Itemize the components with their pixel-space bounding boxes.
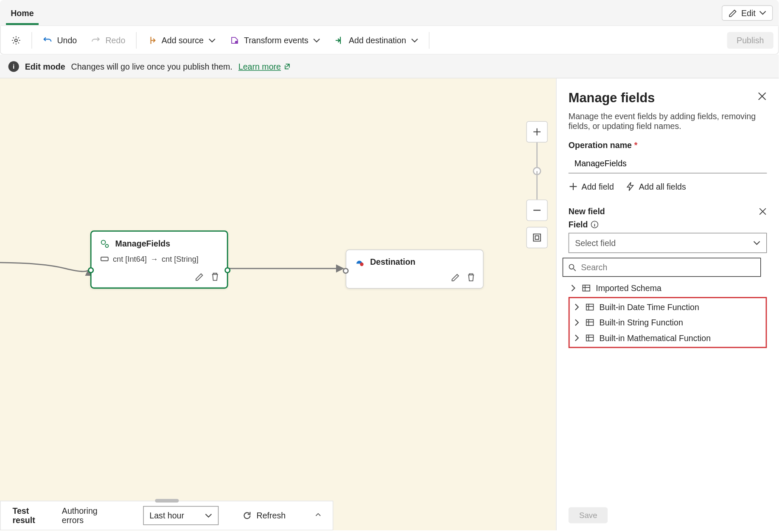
plus-icon bbox=[532, 127, 541, 137]
add-destination-label: Add destination bbox=[349, 35, 406, 45]
node-body: cnt [Int64] → cnt [String] bbox=[92, 251, 227, 269]
svg-point-3 bbox=[106, 244, 109, 247]
arrow-right-icon: → bbox=[150, 255, 158, 263]
chevron-right-icon bbox=[573, 334, 580, 342]
edit-label: Edit bbox=[741, 8, 756, 17]
zoom-in-button[interactable] bbox=[526, 121, 547, 143]
svg-rect-4 bbox=[101, 257, 108, 260]
node-manage-fields[interactable]: ManageFields cnt [Int64] → cnt [String] bbox=[90, 230, 228, 288]
type-to: cnt [String] bbox=[162, 255, 199, 263]
resize-grip[interactable] bbox=[155, 499, 179, 502]
svg-point-2 bbox=[101, 240, 106, 244]
tree-datetime[interactable]: Built-in Date Time Function bbox=[572, 300, 763, 315]
learn-more-label: Learn more bbox=[238, 62, 281, 71]
learn-more-link[interactable]: Learn more bbox=[238, 62, 291, 71]
svg-point-5 bbox=[360, 263, 363, 266]
node-destination[interactable]: Destination bbox=[346, 249, 484, 288]
svg-rect-10 bbox=[583, 285, 590, 291]
tab-test-result[interactable]: Test result bbox=[12, 498, 44, 530]
tab-authoring-errors[interactable]: Authoring errors bbox=[62, 498, 107, 530]
redo-button: Redo bbox=[85, 32, 131, 48]
tree-math[interactable]: Built-in Mathematical Function bbox=[572, 330, 763, 345]
node-title-label: ManageFields bbox=[115, 239, 171, 248]
panel-title: Manage fields bbox=[569, 90, 767, 106]
fit-button[interactable] bbox=[526, 227, 547, 248]
delete-node-button[interactable] bbox=[210, 272, 220, 281]
highlighted-group: Built-in Date Time Function Built-in Str… bbox=[569, 297, 767, 348]
chevron-right-icon bbox=[573, 319, 580, 326]
chevron-down-icon bbox=[753, 239, 760, 246]
add-all-fields-label: Add all fields bbox=[639, 182, 686, 191]
transform-icon bbox=[230, 35, 239, 45]
chevron-down-icon bbox=[208, 36, 216, 44]
svg-rect-12 bbox=[586, 319, 594, 325]
chevron-right-icon bbox=[573, 303, 580, 311]
time-range-dropdown[interactable]: Last hour bbox=[143, 506, 219, 525]
chevron-down-icon bbox=[313, 36, 320, 44]
field-select-placeholder: Select field bbox=[575, 238, 616, 247]
operation-name-label: Operation name* bbox=[569, 140, 767, 149]
svg-point-0 bbox=[15, 39, 17, 41]
edges bbox=[0, 78, 556, 530]
add-source-label: Add source bbox=[162, 35, 204, 45]
info-bar: i Edit mode Changes will go live once yo… bbox=[0, 55, 779, 78]
add-field-button[interactable]: Add field bbox=[569, 182, 614, 191]
caret-down-icon bbox=[759, 9, 766, 17]
lightning-icon bbox=[626, 182, 635, 191]
schema-icon bbox=[585, 318, 594, 327]
edit-dropdown-button[interactable]: Edit bbox=[722, 5, 773, 20]
close-new-field-button[interactable] bbox=[759, 207, 767, 216]
input-port[interactable] bbox=[343, 268, 349, 274]
node-title: ManageFields bbox=[92, 232, 227, 251]
toolbar: Undo Redo Add source Transform events Ad… bbox=[0, 26, 779, 55]
input-port[interactable] bbox=[88, 267, 94, 273]
panel-description: Manage the event fields by adding fields… bbox=[569, 112, 767, 131]
add-all-fields-button[interactable]: Add all fields bbox=[626, 182, 686, 191]
zoom-out-button[interactable] bbox=[526, 199, 547, 221]
edit-mode-title: Edit mode bbox=[25, 62, 65, 71]
chevron-down-icon bbox=[411, 36, 418, 44]
undo-label: Undo bbox=[57, 35, 77, 45]
field-search[interactable] bbox=[563, 258, 761, 277]
minus-icon bbox=[532, 205, 541, 215]
output-port[interactable] bbox=[224, 267, 230, 273]
add-destination-icon bbox=[334, 35, 344, 45]
canvas[interactable]: ManageFields cnt [Int64] → cnt [String] … bbox=[0, 78, 556, 530]
svg-point-1 bbox=[235, 40, 238, 43]
search-icon bbox=[568, 263, 576, 272]
add-destination-button[interactable]: Add destination bbox=[328, 32, 424, 48]
operation-name-input[interactable] bbox=[569, 153, 767, 174]
close-icon bbox=[757, 92, 767, 101]
undo-icon bbox=[43, 35, 52, 45]
tab-home[interactable]: Home bbox=[6, 1, 39, 25]
add-source-icon bbox=[147, 35, 157, 45]
info-icon bbox=[590, 220, 599, 229]
tree-string[interactable]: Built-in String Function bbox=[572, 315, 763, 330]
plus-icon bbox=[569, 182, 578, 191]
field-icon bbox=[100, 254, 109, 263]
field-search-input[interactable] bbox=[581, 263, 756, 272]
delete-node-button[interactable] bbox=[466, 273, 476, 282]
canvas-controls bbox=[526, 121, 547, 249]
add-source-button[interactable]: Add source bbox=[141, 32, 221, 48]
svg-rect-13 bbox=[586, 335, 594, 341]
schema-icon bbox=[585, 333, 594, 342]
tree-imported-schema[interactable]: Imported Schema bbox=[569, 280, 767, 296]
transform-events-button[interactable]: Transform events bbox=[224, 32, 326, 48]
time-range-label: Last hour bbox=[149, 511, 184, 520]
undo-button[interactable]: Undo bbox=[37, 32, 83, 48]
gear-icon bbox=[11, 35, 21, 45]
edit-node-button[interactable] bbox=[451, 273, 460, 282]
chevron-up-icon[interactable] bbox=[315, 512, 321, 519]
svg-rect-11 bbox=[586, 304, 594, 310]
svg-rect-6 bbox=[533, 234, 541, 241]
fit-icon bbox=[532, 233, 541, 242]
bottom-bar: Test result Authoring errors Last hour R… bbox=[0, 501, 333, 530]
settings-button[interactable] bbox=[6, 32, 27, 48]
pencil-icon bbox=[728, 8, 737, 17]
field-select[interactable]: Select field bbox=[569, 233, 767, 253]
edit-node-button[interactable] bbox=[195, 272, 204, 281]
refresh-button[interactable]: Refresh bbox=[236, 507, 291, 524]
close-panel-button[interactable] bbox=[757, 92, 767, 101]
destination-icon bbox=[355, 257, 364, 266]
